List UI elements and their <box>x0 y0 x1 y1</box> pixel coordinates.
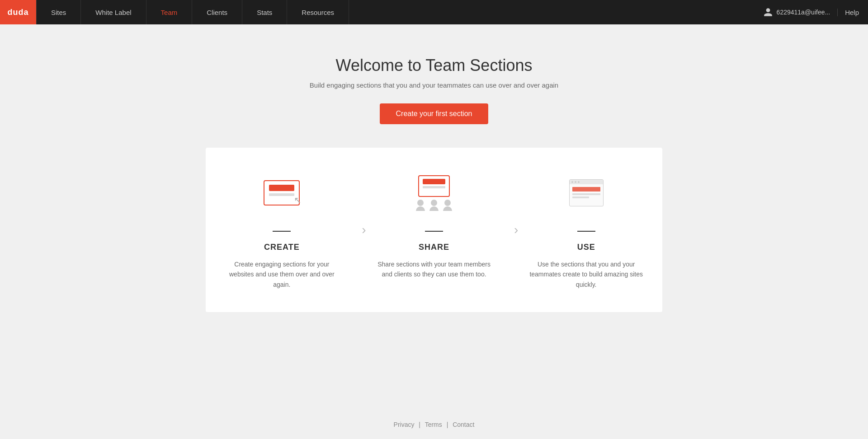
use-line-2 <box>572 196 589 198</box>
person-body-3 <box>443 206 452 211</box>
create-title: CREATE <box>264 243 300 252</box>
person-3 <box>443 200 452 211</box>
create-first-section-button[interactable]: Create your first section <box>380 103 489 124</box>
hero-subtitle: Build engaging sections that you and you… <box>310 81 558 89</box>
use-icon <box>569 179 604 206</box>
use-title: USE <box>577 243 595 252</box>
person-head-1 <box>417 200 424 206</box>
use-topbar <box>570 180 603 184</box>
privacy-link[interactable]: Privacy <box>394 421 415 428</box>
feature-cards: ↖ CREATE Create engaging sections for yo… <box>206 148 662 312</box>
contact-link[interactable]: Contact <box>453 421 474 428</box>
use-icon-area <box>559 166 613 220</box>
use-content <box>570 184 603 201</box>
use-line-1 <box>572 193 600 195</box>
nav-item-stats[interactable]: Stats <box>242 0 287 24</box>
nav-right: 6229411a@uifee... Help <box>763 7 868 17</box>
card-share: SHARE Share sections with your team memb… <box>358 148 510 312</box>
nav-items: Sites White Label Team Clients Stats Res… <box>36 0 763 24</box>
terms-link[interactable]: Terms <box>425 421 442 428</box>
create-icon-area: ↖ <box>255 166 309 220</box>
share-desc: Share sections with your team members an… <box>376 259 492 280</box>
nav-item-resources[interactable]: Resources <box>287 0 349 24</box>
create-desc: Create engaging sections for your websit… <box>224 259 340 290</box>
create-icon: ↖ <box>264 180 300 205</box>
person-2 <box>429 200 439 211</box>
use-screen-icon <box>569 179 604 206</box>
nav-user[interactable]: 6229411a@uifee... <box>763 7 830 17</box>
share-title: SHARE <box>419 243 449 252</box>
nav-item-team[interactable]: Team <box>146 0 193 24</box>
use-desc: Use the sections that you and your teamm… <box>528 259 644 290</box>
arrow-2: › <box>514 223 518 237</box>
share-divider <box>425 231 443 232</box>
arrow-1: › <box>362 223 366 237</box>
person-1 <box>416 200 425 211</box>
use-dot-1 <box>571 181 573 183</box>
logo-text: duda <box>8 8 29 17</box>
user-icon <box>763 7 773 17</box>
share-people-icons <box>416 200 452 211</box>
use-dot-2 <box>575 181 576 183</box>
person-head-2 <box>431 200 437 206</box>
share-icon <box>416 175 452 211</box>
person-body-2 <box>429 206 439 211</box>
user-email: 6229411a@uifee... <box>777 9 830 16</box>
person-body-1 <box>416 206 425 211</box>
share-screen-icon <box>418 175 450 197</box>
nav-item-sites[interactable]: Sites <box>36 0 81 24</box>
share-icon-area <box>407 166 461 220</box>
footer: Privacy | Terms | Contact <box>0 410 868 439</box>
use-dot-3 <box>578 181 580 183</box>
card-use: USE Use the sections that you and your t… <box>510 148 662 312</box>
sep-2: | <box>447 421 448 428</box>
use-banner <box>572 187 600 191</box>
create-divider <box>273 231 291 232</box>
help-link[interactable]: Help <box>837 9 859 16</box>
hero-title: Welcome to Team Sections <box>336 56 533 75</box>
use-divider <box>577 231 595 232</box>
nav-item-white-label[interactable]: White Label <box>81 0 146 24</box>
cursor-icon: ↖ <box>294 195 302 205</box>
navigation: duda Sites White Label Team Clients Stat… <box>0 0 868 24</box>
logo[interactable]: duda <box>0 0 36 24</box>
person-head-3 <box>444 200 451 206</box>
nav-item-clients[interactable]: Clients <box>192 0 242 24</box>
sep-1: | <box>419 421 420 428</box>
main-content: Welcome to Team Sections Build engaging … <box>0 24 868 410</box>
card-create: ↖ CREATE Create engaging sections for yo… <box>206 148 358 312</box>
